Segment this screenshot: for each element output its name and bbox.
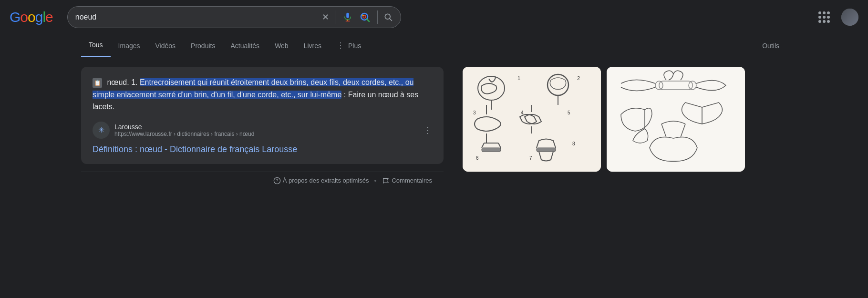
knot-image-2-placeholder (607, 67, 745, 172)
svg-text:4: 4 (521, 110, 524, 115)
apps-button[interactable] (815, 8, 834, 27)
result-box: 📋 nœud. 1. Entrecroisement qui réunit ét… (81, 67, 444, 164)
apps-grid-icon (818, 11, 830, 23)
svg-point-10 (478, 76, 505, 100)
svg-line-35 (681, 124, 685, 137)
help-icon: ? (273, 177, 281, 185)
search-divider-2 (377, 10, 378, 24)
about-extracts-label: À propos des extraits optimisés (283, 177, 369, 184)
nav-tabs: Tous Images Vidéos Produits Actualités W… (0, 34, 868, 57)
lens-search-button[interactable] (358, 10, 372, 24)
svg-text:1: 1 (517, 75, 520, 81)
comments-label: Commentaires (392, 177, 432, 184)
result-text: 📋 nœud. 1. Entrecroisement qui réunit ét… (93, 76, 432, 113)
more-icon: ⋮ (337, 41, 344, 50)
footer-bar: ? À propos des extraits optimisés Commen… (81, 172, 444, 189)
more-label: Plus (348, 42, 361, 50)
svg-text:8: 8 (572, 141, 575, 146)
source-info: Larousse https://www.larousse.fr › dicti… (114, 123, 419, 137)
search-divider (335, 10, 335, 24)
svg-line-3 (367, 19, 369, 21)
svg-point-4 (362, 15, 363, 16)
clear-search-button[interactable]: ✕ (322, 12, 329, 22)
source-row: ✳ Larousse https://www.larousse.fr › dic… (93, 122, 432, 139)
main-result: 📋 nœud. 1. Entrecroisement qui réunit ét… (81, 67, 444, 189)
search-bar-wrapper: ✕ (67, 6, 401, 28)
source-favicon: ✳ (93, 122, 110, 139)
svg-text:2: 2 (577, 75, 580, 81)
tab-more[interactable]: ⋮ Plus (329, 34, 369, 57)
google-logo: Google (10, 9, 53, 25)
mic-icon (342, 12, 353, 22)
knot-illustration-1: 1 2 3 4 5 (463, 67, 601, 172)
about-extracts-link[interactable]: ? À propos des extraits optimisés (273, 177, 369, 185)
knot-image-1-placeholder: 1 2 3 4 5 (463, 67, 601, 172)
svg-rect-23 (482, 148, 501, 152)
voice-search-button[interactable] (341, 10, 354, 24)
knot-image-2[interactable] (607, 67, 745, 172)
svg-rect-29 (659, 81, 692, 90)
source-name: Larousse (114, 123, 419, 131)
svg-text:3: 3 (473, 110, 476, 115)
svg-text:5: 5 (568, 110, 570, 115)
images-panel: 1 2 3 4 5 (463, 67, 745, 189)
source-menu-button[interactable]: ⋮ (424, 125, 432, 135)
knot-image-1[interactable]: 1 2 3 4 5 (463, 67, 601, 172)
tab-tools[interactable]: Outils (754, 34, 787, 57)
tab-tous[interactable]: Tous (81, 34, 111, 57)
search-icon (383, 12, 393, 22)
tab-videos[interactable]: Vidéos (148, 34, 184, 57)
knot-illustration-2 (607, 67, 745, 172)
result-icon: 📋 (93, 78, 102, 88)
search-input[interactable] (75, 13, 318, 21)
svg-text:7: 7 (529, 155, 532, 161)
result-link[interactable]: Définitions : nœud - Dictionnaire de fra… (93, 144, 432, 154)
svg-line-6 (390, 19, 392, 21)
content-area: 📋 nœud. 1. Entrecroisement qui réunit ét… (0, 57, 868, 199)
tab-images[interactable]: Images (111, 34, 148, 57)
svg-text:6: 6 (476, 155, 479, 161)
tab-livres[interactable]: Livres (296, 34, 329, 57)
svg-rect-25 (537, 148, 556, 152)
result-text-before: nœud. 1. (107, 78, 139, 86)
svg-line-34 (661, 124, 666, 137)
svg-text:?: ? (276, 178, 278, 183)
svg-rect-0 (346, 13, 349, 18)
tab-produits[interactable]: Produits (183, 34, 223, 57)
search-submit-button[interactable] (383, 12, 393, 22)
footer-dot-separator (374, 180, 376, 182)
header: Google ✕ (0, 0, 868, 34)
header-right (815, 8, 858, 27)
tab-actualites[interactable]: Actualités (223, 34, 267, 57)
source-url: https://www.larousse.fr › dictionnaires … (114, 131, 419, 137)
lens-icon (359, 11, 371, 23)
flag-icon (382, 177, 390, 185)
source-favicon-symbol: ✳ (98, 125, 104, 134)
search-bar: ✕ (67, 6, 401, 28)
comments-link[interactable]: Commentaires (382, 177, 432, 185)
tab-web[interactable]: Web (267, 34, 296, 57)
account-avatar[interactable] (841, 9, 858, 26)
avatar-image (841, 9, 858, 26)
